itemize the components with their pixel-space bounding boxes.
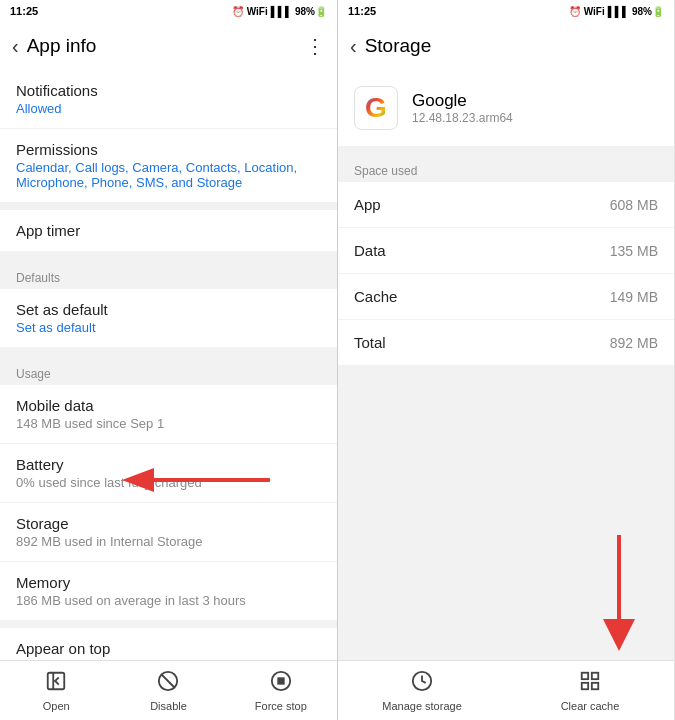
signal-icon: ▌▌▌ [271,6,292,17]
appear-on-top-item[interactable]: Appear on top On [0,628,337,660]
page-title-right: Storage [365,35,662,57]
storage-subtitle: 892 MB used in Internal Storage [16,534,321,549]
app-value: 608 MB [610,197,658,213]
storage-item[interactable]: Storage 892 MB used in Internal Storage [0,503,337,562]
status-icons-right: ⏰ WiFi ▌▌▌ 98%🔋 [569,6,664,17]
set-as-default-item[interactable]: Set as default Set as default [0,289,337,347]
app-name: Google [412,91,513,111]
time-left: 11:25 [10,5,38,17]
disable-icon [157,670,179,697]
set-as-default-title: Set as default [16,301,321,318]
left-toolbar: ‹ App info ⋮ [0,22,337,70]
data-label: Data [354,242,386,259]
memory-item[interactable]: Memory 186 MB used on average in last 3 … [0,562,337,620]
right-toolbar: ‹ Storage [338,22,674,70]
svg-rect-4 [278,678,284,684]
wifi-icon: WiFi [247,6,268,17]
status-icons-left: ⏰ WiFi ▌▌▌ 98%🔋 [232,6,327,17]
google-icon: G [354,86,398,130]
alarm-icon: ⏰ [232,6,244,17]
force-stop-button[interactable]: Force stop [225,661,337,720]
force-stop-icon [270,670,292,697]
time-right: 11:25 [348,5,376,17]
cache-value: 149 MB [610,289,658,305]
battery-item[interactable]: Battery 0% used since last fully charged [0,444,337,503]
storage-card: App 608 MB Data 135 MB Cache 149 MB Tota… [338,182,674,365]
battery-subtitle: 0% used since last fully charged [16,475,321,490]
space-used-label: Space used [338,154,674,182]
app-info: Google 12.48.18.23.arm64 [412,91,513,125]
app-header: G Google 12.48.18.23.arm64 [338,70,674,146]
memory-title: Memory [16,574,321,591]
defaults-card: Set as default Set as default [0,289,337,347]
notifications-item[interactable]: Notifications Allowed [0,70,337,129]
disable-label: Disable [150,700,187,712]
permissions-subtitle: Calendar, Call logs, Camera, Contacts, L… [16,160,321,190]
status-bar-left: 11:25 ⏰ WiFi ▌▌▌ 98%🔋 [0,0,337,22]
usage-label: Usage [0,355,337,385]
battery-icon: 98%🔋 [295,6,327,17]
app-storage-row: App 608 MB [338,182,674,228]
app-label: App [354,196,381,213]
force-stop-label: Force stop [255,700,307,712]
notifications-card: Notifications Allowed Permissions Calend… [0,70,337,202]
status-bar-right: 11:25 ⏰ WiFi ▌▌▌ 98%🔋 [338,0,674,22]
right-bottom-nav: Manage storage Clear cache [338,660,674,720]
manage-storage-button[interactable]: Manage storage [338,661,506,720]
set-as-default-subtitle: Set as default [16,320,321,335]
permissions-item[interactable]: Permissions Calendar, Call logs, Camera,… [0,129,337,202]
app-timer-title: App timer [16,222,321,239]
more-options-button[interactable]: ⋮ [305,34,325,58]
left-bottom-nav: Open Disable Force stop [0,660,337,720]
signal-icon-r: ▌▌▌ [608,6,629,17]
clear-cache-label: Clear cache [561,700,620,712]
page-title-left: App info [27,35,297,57]
back-button[interactable]: ‹ [12,35,19,58]
back-button-right[interactable]: ‹ [350,35,357,58]
total-value: 892 MB [610,335,658,351]
storage-title: Storage [16,515,321,532]
open-icon [45,670,67,697]
left-panel: 11:25 ⏰ WiFi ▌▌▌ 98%🔋 ‹ App info ⋮ Notif… [0,0,337,720]
mobile-data-item[interactable]: Mobile data 148 MB used since Sep 1 [0,385,337,444]
total-storage-row: Total 892 MB [338,320,674,365]
data-storage-row: Data 135 MB [338,228,674,274]
defaults-label: Defaults [0,259,337,289]
alarm-icon-r: ⏰ [569,6,581,17]
open-label: Open [43,700,70,712]
manage-storage-icon [411,670,433,697]
usage-card: Mobile data 148 MB used since Sep 1 Batt… [0,385,337,620]
battery-title: Battery [16,456,321,473]
cache-storage-row: Cache 149 MB [338,274,674,320]
mobile-data-title: Mobile data [16,397,321,414]
app-timer-item[interactable]: App timer [0,210,337,251]
clear-cache-button[interactable]: Clear cache [506,661,674,720]
notifications-subtitle: Allowed [16,101,321,116]
appear-on-top-title: Appear on top [16,640,321,657]
notifications-title: Notifications [16,82,321,99]
mobile-data-subtitle: 148 MB used since Sep 1 [16,416,321,431]
svg-rect-6 [582,672,588,678]
cache-label: Cache [354,288,397,305]
data-value: 135 MB [610,243,658,259]
total-label: Total [354,334,386,351]
memory-subtitle: 186 MB used on average in last 3 hours [16,593,321,608]
svg-line-2 [162,674,175,687]
wifi-icon-r: WiFi [584,6,605,17]
permissions-title: Permissions [16,141,321,158]
svg-rect-8 [582,682,588,688]
app-timer-card: App timer [0,210,337,251]
clear-cache-icon [579,670,601,697]
manage-storage-label: Manage storage [382,700,462,712]
svg-rect-9 [592,682,598,688]
left-scroll: Notifications Allowed Permissions Calend… [0,70,337,660]
disable-button[interactable]: Disable [112,661,224,720]
battery-icon-r: 98%🔋 [632,6,664,17]
open-button[interactable]: Open [0,661,112,720]
right-panel: 11:25 ⏰ WiFi ▌▌▌ 98%🔋 ‹ Storage G Google… [337,0,674,720]
app-version: 12.48.18.23.arm64 [412,111,513,125]
appear-card: Appear on top On Ch... [0,628,337,660]
right-scroll: G Google 12.48.18.23.arm64 Space used Ap… [338,70,674,660]
svg-rect-7 [592,672,598,678]
